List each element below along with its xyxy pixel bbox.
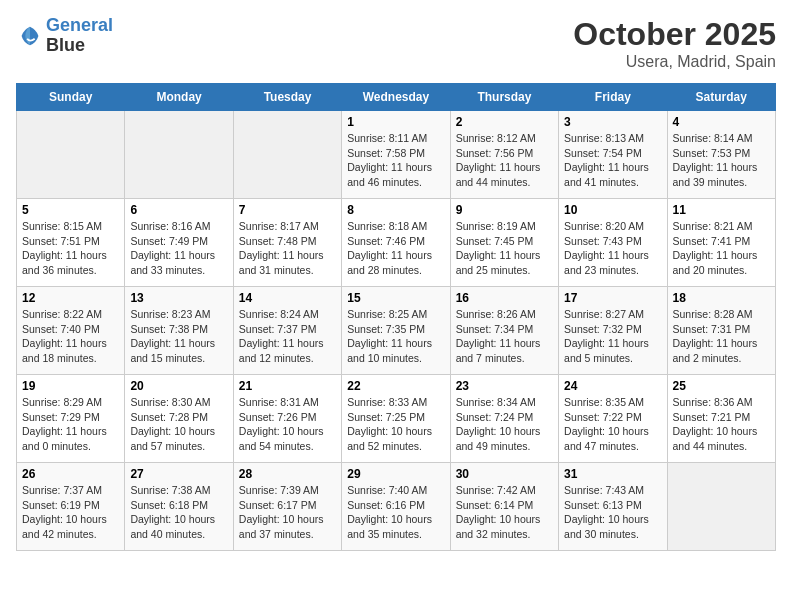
day-info: Sunrise: 8:34 AM Sunset: 7:24 PM Dayligh… <box>456 395 553 454</box>
day-number: 17 <box>564 291 661 305</box>
day-number: 12 <box>22 291 119 305</box>
day-info: Sunrise: 8:20 AM Sunset: 7:43 PM Dayligh… <box>564 219 661 278</box>
day-info: Sunrise: 8:22 AM Sunset: 7:40 PM Dayligh… <box>22 307 119 366</box>
day-info: Sunrise: 8:19 AM Sunset: 7:45 PM Dayligh… <box>456 219 553 278</box>
calendar-day-cell: 7Sunrise: 8:17 AM Sunset: 7:48 PM Daylig… <box>233 199 341 287</box>
day-number: 2 <box>456 115 553 129</box>
day-number: 7 <box>239 203 336 217</box>
calendar-day-cell: 3Sunrise: 8:13 AM Sunset: 7:54 PM Daylig… <box>559 111 667 199</box>
day-info: Sunrise: 8:24 AM Sunset: 7:37 PM Dayligh… <box>239 307 336 366</box>
calendar-day-cell: 4Sunrise: 8:14 AM Sunset: 7:53 PM Daylig… <box>667 111 775 199</box>
day-number: 19 <box>22 379 119 393</box>
day-info: Sunrise: 8:26 AM Sunset: 7:34 PM Dayligh… <box>456 307 553 366</box>
day-number: 14 <box>239 291 336 305</box>
calendar-week-row: 19Sunrise: 8:29 AM Sunset: 7:29 PM Dayli… <box>17 375 776 463</box>
calendar-day-cell: 24Sunrise: 8:35 AM Sunset: 7:22 PM Dayli… <box>559 375 667 463</box>
day-number: 1 <box>347 115 444 129</box>
calendar-week-row: 5Sunrise: 8:15 AM Sunset: 7:51 PM Daylig… <box>17 199 776 287</box>
day-info: Sunrise: 8:27 AM Sunset: 7:32 PM Dayligh… <box>564 307 661 366</box>
logo: General Blue <box>16 16 113 56</box>
calendar-day-cell: 22Sunrise: 8:33 AM Sunset: 7:25 PM Dayli… <box>342 375 450 463</box>
calendar-header: SundayMondayTuesdayWednesdayThursdayFrid… <box>17 84 776 111</box>
day-number: 24 <box>564 379 661 393</box>
logo-line2: Blue <box>46 36 113 56</box>
calendar-day-cell: 18Sunrise: 8:28 AM Sunset: 7:31 PM Dayli… <box>667 287 775 375</box>
day-number: 22 <box>347 379 444 393</box>
weekday-row: SundayMondayTuesdayWednesdayThursdayFrid… <box>17 84 776 111</box>
calendar-day-cell: 6Sunrise: 8:16 AM Sunset: 7:49 PM Daylig… <box>125 199 233 287</box>
day-info: Sunrise: 7:43 AM Sunset: 6:13 PM Dayligh… <box>564 483 661 542</box>
day-number: 4 <box>673 115 770 129</box>
calendar-day-cell: 23Sunrise: 8:34 AM Sunset: 7:24 PM Dayli… <box>450 375 558 463</box>
calendar-day-cell: 13Sunrise: 8:23 AM Sunset: 7:38 PM Dayli… <box>125 287 233 375</box>
day-number: 13 <box>130 291 227 305</box>
calendar-week-row: 26Sunrise: 7:37 AM Sunset: 6:19 PM Dayli… <box>17 463 776 551</box>
day-info: Sunrise: 8:14 AM Sunset: 7:53 PM Dayligh… <box>673 131 770 190</box>
logo-line1: General <box>46 15 113 35</box>
calendar-day-cell: 8Sunrise: 8:18 AM Sunset: 7:46 PM Daylig… <box>342 199 450 287</box>
day-info: Sunrise: 8:11 AM Sunset: 7:58 PM Dayligh… <box>347 131 444 190</box>
day-info: Sunrise: 8:13 AM Sunset: 7:54 PM Dayligh… <box>564 131 661 190</box>
day-info: Sunrise: 7:39 AM Sunset: 6:17 PM Dayligh… <box>239 483 336 542</box>
weekday-header: Monday <box>125 84 233 111</box>
calendar-day-cell <box>667 463 775 551</box>
calendar-day-cell: 12Sunrise: 8:22 AM Sunset: 7:40 PM Dayli… <box>17 287 125 375</box>
weekday-header: Sunday <box>17 84 125 111</box>
day-info: Sunrise: 8:36 AM Sunset: 7:21 PM Dayligh… <box>673 395 770 454</box>
calendar-day-cell <box>17 111 125 199</box>
calendar-day-cell: 10Sunrise: 8:20 AM Sunset: 7:43 PM Dayli… <box>559 199 667 287</box>
calendar-day-cell: 2Sunrise: 8:12 AM Sunset: 7:56 PM Daylig… <box>450 111 558 199</box>
day-number: 31 <box>564 467 661 481</box>
day-number: 27 <box>130 467 227 481</box>
day-number: 25 <box>673 379 770 393</box>
day-number: 11 <box>673 203 770 217</box>
day-number: 29 <box>347 467 444 481</box>
day-info: Sunrise: 8:30 AM Sunset: 7:28 PM Dayligh… <box>130 395 227 454</box>
day-info: Sunrise: 8:21 AM Sunset: 7:41 PM Dayligh… <box>673 219 770 278</box>
day-number: 23 <box>456 379 553 393</box>
day-info: Sunrise: 7:42 AM Sunset: 6:14 PM Dayligh… <box>456 483 553 542</box>
calendar-day-cell: 27Sunrise: 7:38 AM Sunset: 6:18 PM Dayli… <box>125 463 233 551</box>
day-number: 9 <box>456 203 553 217</box>
day-info: Sunrise: 7:37 AM Sunset: 6:19 PM Dayligh… <box>22 483 119 542</box>
logo-icon <box>16 22 44 50</box>
weekday-header: Tuesday <box>233 84 341 111</box>
calendar-day-cell: 16Sunrise: 8:26 AM Sunset: 7:34 PM Dayli… <box>450 287 558 375</box>
calendar-day-cell: 1Sunrise: 8:11 AM Sunset: 7:58 PM Daylig… <box>342 111 450 199</box>
day-number: 5 <box>22 203 119 217</box>
day-number: 30 <box>456 467 553 481</box>
calendar-day-cell: 25Sunrise: 8:36 AM Sunset: 7:21 PM Dayli… <box>667 375 775 463</box>
calendar-day-cell: 19Sunrise: 8:29 AM Sunset: 7:29 PM Dayli… <box>17 375 125 463</box>
day-info: Sunrise: 8:23 AM Sunset: 7:38 PM Dayligh… <box>130 307 227 366</box>
day-info: Sunrise: 8:25 AM Sunset: 7:35 PM Dayligh… <box>347 307 444 366</box>
calendar-table: SundayMondayTuesdayWednesdayThursdayFrid… <box>16 83 776 551</box>
day-number: 16 <box>456 291 553 305</box>
calendar-body: 1Sunrise: 8:11 AM Sunset: 7:58 PM Daylig… <box>17 111 776 551</box>
day-number: 18 <box>673 291 770 305</box>
calendar-day-cell: 29Sunrise: 7:40 AM Sunset: 6:16 PM Dayli… <box>342 463 450 551</box>
logo-text: General Blue <box>46 16 113 56</box>
day-info: Sunrise: 8:17 AM Sunset: 7:48 PM Dayligh… <box>239 219 336 278</box>
day-info: Sunrise: 8:12 AM Sunset: 7:56 PM Dayligh… <box>456 131 553 190</box>
day-info: Sunrise: 8:18 AM Sunset: 7:46 PM Dayligh… <box>347 219 444 278</box>
day-number: 10 <box>564 203 661 217</box>
weekday-header: Thursday <box>450 84 558 111</box>
day-number: 28 <box>239 467 336 481</box>
calendar-day-cell: 20Sunrise: 8:30 AM Sunset: 7:28 PM Dayli… <box>125 375 233 463</box>
day-number: 3 <box>564 115 661 129</box>
calendar-day-cell: 5Sunrise: 8:15 AM Sunset: 7:51 PM Daylig… <box>17 199 125 287</box>
calendar-day-cell: 31Sunrise: 7:43 AM Sunset: 6:13 PM Dayli… <box>559 463 667 551</box>
calendar-week-row: 1Sunrise: 8:11 AM Sunset: 7:58 PM Daylig… <box>17 111 776 199</box>
calendar-day-cell <box>233 111 341 199</box>
calendar-title: October 2025 <box>573 16 776 53</box>
day-number: 6 <box>130 203 227 217</box>
day-info: Sunrise: 8:35 AM Sunset: 7:22 PM Dayligh… <box>564 395 661 454</box>
day-info: Sunrise: 7:38 AM Sunset: 6:18 PM Dayligh… <box>130 483 227 542</box>
calendar-day-cell: 9Sunrise: 8:19 AM Sunset: 7:45 PM Daylig… <box>450 199 558 287</box>
day-number: 21 <box>239 379 336 393</box>
day-info: Sunrise: 8:28 AM Sunset: 7:31 PM Dayligh… <box>673 307 770 366</box>
calendar-day-cell: 30Sunrise: 7:42 AM Sunset: 6:14 PM Dayli… <box>450 463 558 551</box>
day-info: Sunrise: 8:29 AM Sunset: 7:29 PM Dayligh… <box>22 395 119 454</box>
page-header: General Blue October 2025 Usera, Madrid,… <box>16 16 776 71</box>
calendar-day-cell: 15Sunrise: 8:25 AM Sunset: 7:35 PM Dayli… <box>342 287 450 375</box>
